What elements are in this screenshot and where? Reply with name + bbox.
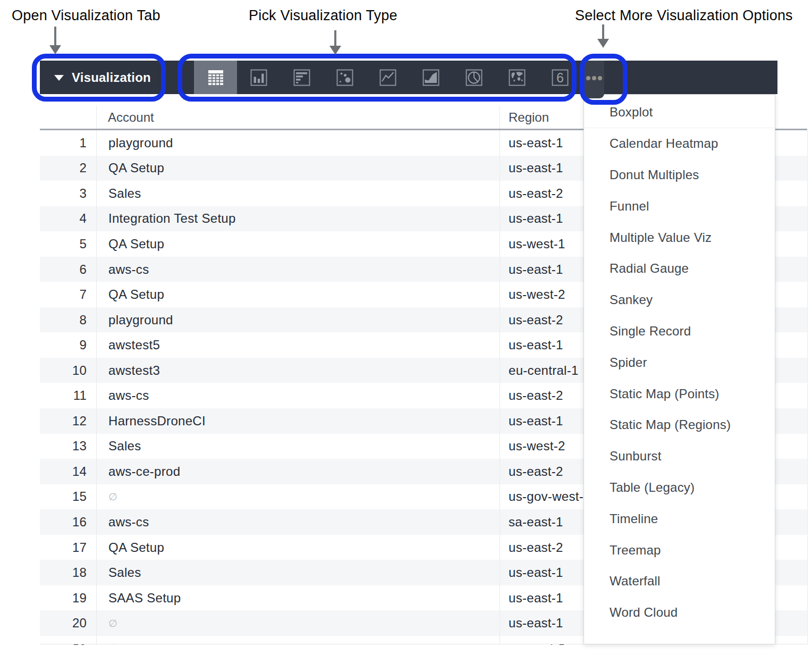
row-number: 18 [40, 565, 96, 580]
visualization-tab-label: Visualization [72, 61, 151, 94]
more-viz-options-button[interactable] [583, 61, 604, 98]
viz-type-slots: 6 [194, 61, 581, 94]
bar-chart-icon [249, 68, 268, 87]
row-number: 2 [40, 161, 96, 175]
arrow-line-1 [54, 27, 56, 46]
viz-type-bar-chart-button[interactable] [237, 61, 280, 94]
menu-item-label: Donut Multiples [610, 167, 699, 182]
cell-account: Sales [96, 439, 500, 454]
viz-type-map-button[interactable] [495, 61, 538, 94]
viz-type-table-button[interactable] [194, 61, 237, 94]
horizontal-bar-chart-icon [292, 68, 311, 87]
menu-item-label: Funnel [610, 199, 649, 214]
cell-account: playground [96, 313, 500, 327]
row-number: 15 [40, 489, 96, 504]
annotation-open-visualization-tab: Open Visualization Tab [12, 7, 160, 24]
menu-item[interactable]: Calendar Heatmap [584, 128, 775, 159]
row-number: 13 [40, 439, 96, 454]
menu-item-label: Word Cloud [610, 605, 678, 620]
big-number-icon: 6 [551, 68, 570, 87]
cell-account: ∅ [96, 491, 500, 503]
menu-item-label: Timeline [610, 511, 658, 526]
visualization-tab-screenshot: { "annotations": { "labels": [ { "text":… [0, 0, 812, 655]
viz-type-line-chart-button[interactable] [366, 61, 409, 94]
cell-account: Integration Test Setup [96, 211, 500, 226]
cell-account: SAAS Setup [96, 591, 500, 606]
viz-type-scatter-button[interactable] [323, 61, 366, 94]
row-number: 19 [40, 591, 96, 606]
cell-account: aws-cs [96, 515, 500, 530]
visualization-toolbar: Visualization [40, 61, 777, 94]
column-separator-2 [500, 106, 500, 645]
menu-item-label: Radial Gauge [610, 261, 689, 276]
menu-item[interactable]: Table (Legacy) [584, 472, 775, 503]
menu-item[interactable]: Spider [584, 347, 775, 378]
row-number: 8 [40, 313, 96, 327]
arrow-line-3 [602, 24, 604, 39]
row-number: 20 [40, 616, 96, 631]
cell-account: QA Setup [96, 287, 500, 302]
line-chart-icon [378, 68, 397, 87]
menu-item[interactable]: Static Map (Regions) [584, 409, 775, 441]
row-number: 17 [40, 540, 96, 555]
menu-item-label: Sankey [610, 292, 653, 307]
arrow-down-icon-1 [49, 45, 61, 54]
menu-item-label: Single Record [610, 324, 691, 339]
menu-item[interactable]: Boxplot [584, 97, 775, 128]
row-number: 16 [40, 515, 96, 530]
table-viz-icon [206, 68, 225, 87]
cell-account: QA Setup [96, 540, 500, 555]
cell-account: ∅ [96, 617, 500, 629]
menu-item[interactable]: Timeline [584, 503, 775, 534]
cell-account: playground [96, 136, 500, 150]
ellipsis-icon [586, 76, 590, 80]
menu-item-label: Static Map (Regions) [610, 417, 731, 432]
menu-item[interactable]: Waterfall [584, 566, 775, 597]
menu-item-label: Spider [610, 355, 647, 370]
menu-item[interactable]: Donut Multiples [584, 159, 775, 191]
pie-chart-icon [464, 68, 484, 87]
viz-type-pie-chart-button[interactable] [452, 61, 495, 94]
cell-account: Sales [96, 565, 500, 580]
menu-item-label: Treemap [610, 543, 661, 558]
menu-item[interactable]: Sunburst [584, 441, 775, 472]
row-number: 1 [40, 136, 96, 150]
menu-item-label: Static Map (Points) [610, 387, 720, 401]
row-number: 10 [40, 363, 96, 378]
annotation-select-more-options: Select More Visualization Options [575, 7, 793, 24]
menu-item[interactable]: Static Map (Points) [584, 378, 775, 409]
cell-account: QA Setup [96, 237, 500, 251]
viz-type-horizontal-bar-button[interactable] [280, 61, 323, 94]
row-number: 6 [40, 262, 96, 277]
menu-item[interactable]: Word Cloud [584, 597, 775, 628]
row-number: 12 [40, 414, 96, 429]
row-number: 4 [40, 211, 96, 226]
menu-item-label: Sunburst [610, 449, 662, 464]
more-viz-menu: Boxplot Calendar Heatmap Donut Multiples… [583, 94, 775, 644]
menu-item-label: Table (Legacy) [610, 480, 695, 495]
menu-item[interactable]: Radial Gauge [584, 253, 775, 284]
table-right-border [807, 130, 808, 644]
visualization-tab[interactable]: Visualization [40, 61, 165, 94]
viz-type-big-number-button[interactable]: 6 [538, 61, 581, 94]
row-number: 9 [40, 338, 96, 352]
viz-type-area-chart-button[interactable] [409, 61, 452, 94]
cell-account: awstest5 [96, 338, 500, 352]
cell-account: awstest3 [96, 363, 500, 378]
arrow-down-icon-3 [597, 39, 609, 48]
menu-item[interactable]: Multiple Value Viz [584, 222, 775, 253]
column-header-account[interactable]: Account [108, 106, 154, 129]
scatter-plot-icon [335, 68, 354, 87]
column-header-region[interactable]: Region [509, 106, 549, 129]
row-number: 14 [40, 464, 96, 479]
menu-item-label: Calendar Heatmap [610, 136, 718, 151]
row-number: 3 [40, 186, 96, 201]
menu-item[interactable]: Single Record [584, 316, 775, 347]
annotation-pick-visualization-type: Pick Visualization Type [249, 7, 397, 24]
menu-item[interactable]: Treemap [584, 534, 775, 566]
area-chart-icon [421, 68, 441, 87]
menu-item[interactable]: Funnel [584, 190, 775, 222]
menu-item-label: Waterfall [610, 574, 661, 589]
arrow-down-icon-2 [329, 46, 341, 55]
menu-item[interactable]: Sankey [584, 284, 775, 316]
